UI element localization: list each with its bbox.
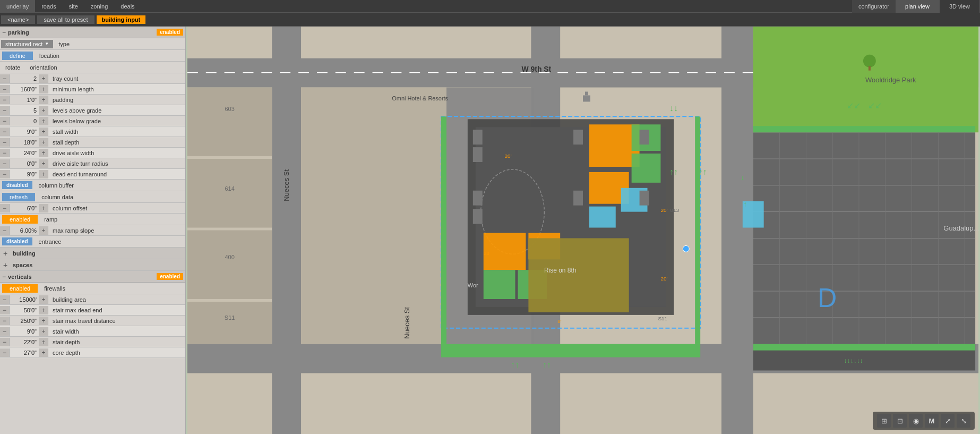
min-length-value: 160'0" bbox=[10, 86, 39, 92]
dead-end-plus[interactable]: + bbox=[39, 170, 48, 178]
column-buffer-label: column buffer bbox=[35, 182, 185, 189]
verticals-toggle[interactable]: − bbox=[2, 273, 6, 280]
building-input-button[interactable]: building input bbox=[97, 15, 146, 24]
levels-above-row: − 5 + levels above grade bbox=[0, 105, 185, 116]
drive-aisle-turn-minus[interactable]: − bbox=[0, 159, 10, 168]
toolbar-view-icon[interactable]: ◉ bbox=[909, 414, 923, 428]
map-area[interactable]: Wooldridge Park 603 614 400 S11 bbox=[186, 27, 980, 434]
stair-max-dead-plus[interactable]: + bbox=[39, 306, 48, 314]
building-area-minus[interactable]: − bbox=[0, 295, 10, 304]
stair-max-travel-minus[interactable]: − bbox=[0, 317, 10, 325]
stair-depth-plus[interactable]: + bbox=[39, 338, 48, 346]
toolbar-grid-icon[interactable]: ⊞ bbox=[877, 414, 891, 428]
svg-rect-37 bbox=[473, 191, 483, 206]
svg-text:8': 8' bbox=[557, 318, 562, 324]
stair-depth-minus[interactable]: − bbox=[0, 338, 10, 346]
levels-above-label: levels above grade bbox=[48, 107, 185, 114]
stair-width-minus[interactable]: − bbox=[0, 327, 10, 336]
spaces-add-row[interactable]: + spaces bbox=[0, 259, 185, 271]
firewalls-enabled-badge[interactable]: enabled bbox=[2, 284, 38, 293]
svg-rect-27 bbox=[632, 154, 661, 183]
toolbar-layers-icon[interactable]: ⊡ bbox=[893, 414, 907, 428]
rotate-label-btn[interactable]: rotate bbox=[0, 63, 25, 72]
drive-aisle-width-minus[interactable]: − bbox=[0, 149, 10, 157]
column-buffer-disabled-badge[interactable]: disabled bbox=[2, 181, 32, 189]
max-ramp-slope-minus[interactable]: − bbox=[0, 226, 10, 235]
tab-plan-view[interactable]: plan view bbox=[896, 0, 940, 13]
drive-aisle-width-plus[interactable]: + bbox=[39, 149, 48, 157]
building-add-label: building bbox=[11, 250, 185, 257]
nav-underlay[interactable]: underlay bbox=[0, 0, 35, 12]
building-add-row[interactable]: + building bbox=[0, 248, 185, 259]
entrance-disabled-badge[interactable]: disabled bbox=[2, 237, 32, 245]
svg-rect-41 bbox=[640, 130, 649, 144]
type-dropdown[interactable]: structured rect bbox=[1, 40, 53, 48]
stair-width-plus[interactable]: + bbox=[39, 327, 48, 336]
tray-count-minus[interactable]: − bbox=[0, 74, 10, 83]
column-data-row: refresh column data bbox=[0, 191, 185, 203]
svg-rect-42 bbox=[640, 191, 649, 206]
stall-depth-minus[interactable]: − bbox=[0, 138, 10, 147]
stall-width-plus[interactable]: + bbox=[39, 127, 48, 136]
levels-above-plus[interactable]: + bbox=[39, 106, 48, 115]
dead-end-label: dead end turnaround bbox=[48, 171, 185, 177]
tab-3d-view[interactable]: 3D view bbox=[940, 0, 980, 13]
stall-depth-value: 18'0" bbox=[10, 139, 39, 146]
min-length-plus[interactable]: + bbox=[39, 85, 48, 93]
stall-width-minus[interactable]: − bbox=[0, 127, 10, 136]
verticals-section-header[interactable]: − verticals enabled bbox=[0, 271, 185, 283]
stair-max-travel-plus[interactable]: + bbox=[39, 317, 48, 325]
stall-depth-label: stall depth bbox=[48, 139, 185, 146]
define-button[interactable]: define bbox=[2, 52, 33, 60]
location-row: define location bbox=[0, 50, 185, 62]
stair-max-dead-minus[interactable]: − bbox=[0, 306, 10, 314]
stall-depth-plus[interactable]: + bbox=[39, 138, 48, 147]
levels-above-minus[interactable]: − bbox=[0, 106, 10, 115]
verticals-status-badge[interactable]: enabled bbox=[157, 273, 183, 280]
parking-toggle[interactable]: − bbox=[2, 29, 6, 36]
parking-status-badge[interactable]: enabled bbox=[157, 29, 183, 36]
building-area-plus[interactable]: + bbox=[39, 295, 48, 304]
svg-rect-30 bbox=[484, 233, 526, 270]
nav-zoning[interactable]: zoning bbox=[84, 0, 114, 12]
core-depth-minus[interactable]: − bbox=[0, 348, 10, 357]
parking-section-header[interactable]: − parking enabled bbox=[0, 27, 185, 38]
padding-label: padding bbox=[48, 97, 185, 103]
save-preset-button[interactable]: save all to preset bbox=[37, 15, 94, 24]
nav-roads[interactable]: roads bbox=[35, 0, 63, 12]
toolbar-m-icon[interactable]: M bbox=[925, 414, 939, 428]
nueces-st-label1: Nueces St bbox=[282, 169, 290, 201]
core-depth-plus[interactable]: + bbox=[39, 348, 48, 357]
drive-aisle-turn-plus[interactable]: + bbox=[39, 159, 48, 168]
dead-end-minus[interactable]: − bbox=[0, 170, 10, 178]
tray-count-row: − 2 + tray count bbox=[0, 73, 185, 84]
toolbar-expand-icon[interactable]: ⤢ bbox=[941, 414, 955, 428]
toolbar-fullscreen-icon[interactable]: ⤡ bbox=[957, 414, 970, 428]
column-offset-plus[interactable]: + bbox=[39, 204, 48, 212]
padding-minus[interactable]: − bbox=[0, 96, 10, 104]
refresh-button[interactable]: refresh bbox=[2, 193, 35, 201]
max-ramp-slope-plus[interactable]: + bbox=[39, 226, 48, 235]
core-depth-value: 27'0" bbox=[10, 350, 39, 356]
svg-text:↑↑: ↑↑ bbox=[669, 167, 678, 176]
sub-nav: <name> save all to preset building input bbox=[0, 13, 980, 27]
main-area: − parking enabled structured rect type d… bbox=[0, 27, 980, 434]
svg-text:S11: S11 bbox=[225, 314, 235, 321]
name-field[interactable]: <name> bbox=[1, 15, 35, 24]
nav-site[interactable]: site bbox=[63, 0, 84, 12]
padding-plus[interactable]: + bbox=[39, 96, 48, 104]
column-offset-minus[interactable]: − bbox=[0, 204, 10, 212]
levels-below-minus[interactable]: − bbox=[0, 117, 10, 125]
levels-below-plus[interactable]: + bbox=[39, 117, 48, 125]
svg-rect-12 bbox=[187, 231, 272, 299]
levels-below-value: 0 bbox=[10, 118, 39, 124]
nav-deals[interactable]: deals bbox=[114, 0, 141, 12]
configurator-tab[interactable]: configurator bbox=[852, 0, 896, 13]
core-depth-row: − 27'0" + core depth bbox=[0, 347, 185, 358]
ramp-enabled-badge[interactable]: enabled bbox=[2, 215, 38, 224]
tray-count-plus[interactable]: + bbox=[39, 74, 48, 83]
padding-value: 1'0" bbox=[10, 97, 39, 103]
min-length-minus[interactable]: − bbox=[0, 85, 10, 93]
svg-text:↙↙: ↙↙ bbox=[868, 101, 882, 110]
svg-point-8 bbox=[863, 55, 876, 67]
